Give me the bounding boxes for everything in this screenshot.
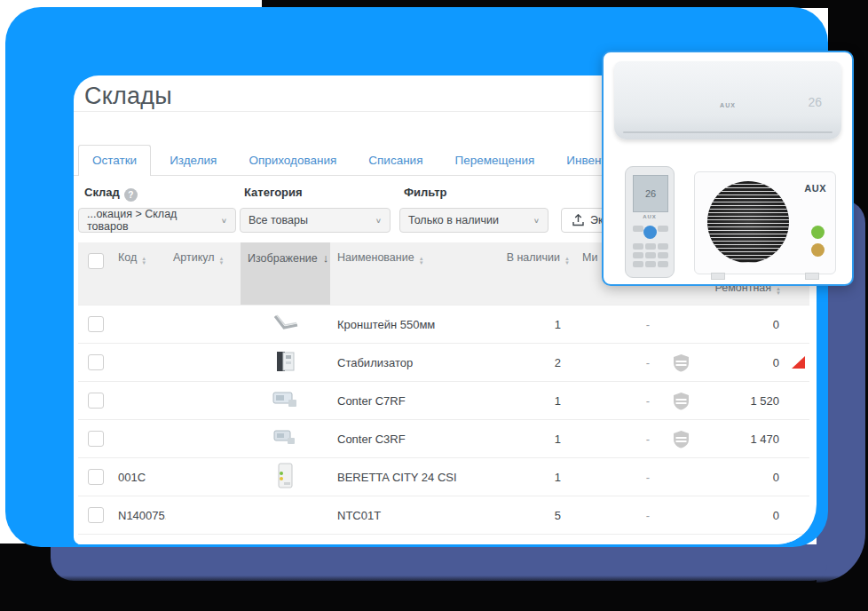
availability-select[interactable]: Только в наличии∨ <box>399 208 548 233</box>
cell-available: 1 <box>499 471 575 484</box>
column-label: В наличии <box>507 251 560 264</box>
cell-min: - <box>575 394 657 408</box>
cell-available: 2 <box>499 356 575 369</box>
cell-repair: 0 <box>705 509 790 522</box>
aux-logo: AUX <box>720 102 736 108</box>
table-row[interactable]: N140075...NTC01T5-0 <box>78 496 809 534</box>
cell-min: - <box>575 356 657 369</box>
sorted-desc-icon[interactable]: ↓ <box>323 251 329 265</box>
table-row[interactable]: Н340300РНРН30Р1- <box>78 534 809 544</box>
aux-logo: AUX <box>804 183 826 194</box>
column-header-article[interactable]: Артикул▲▼ <box>166 242 241 305</box>
row-checkbox[interactable] <box>88 393 104 409</box>
category-select[interactable]: Все товары∨ <box>240 208 391 233</box>
row-checkbox[interactable] <box>88 354 104 370</box>
cell-select <box>78 469 111 485</box>
outdoor-fan-grille <box>707 181 789 263</box>
cell-image[interactable] <box>241 430 330 448</box>
cell-image[interactable] <box>241 391 330 411</box>
table-row[interactable]: Кронштейн 550мм1-0 <box>78 305 809 343</box>
product-thumbnail[interactable] <box>277 479 295 492</box>
chevron-down-icon: ∨ <box>221 217 227 225</box>
column-header-name[interactable]: Наименование▲▼ <box>330 242 499 305</box>
tab-Оприходования[interactable]: Оприходования <box>249 154 336 167</box>
sort-icon[interactable]: ▲▼ <box>419 257 424 266</box>
cell-min: - <box>575 432 657 446</box>
product-thumbnail[interactable] <box>274 362 297 376</box>
cell-name: Кронштейн 550мм <box>330 318 499 331</box>
warehouse-select[interactable]: ...окация > Склад товаров∨ <box>78 208 236 233</box>
remote-button <box>645 252 656 258</box>
tab-Остатки[interactable]: Остатки <box>78 145 151 176</box>
green-badge-icon <box>811 226 825 239</box>
chevron-down-icon: ∨ <box>375 217 382 225</box>
tab-Изделия[interactable]: Изделия <box>170 154 217 167</box>
row-checkbox[interactable] <box>88 469 104 485</box>
cell-min: - <box>575 509 657 522</box>
warning-icon <box>792 356 805 369</box>
remote-button <box>633 252 643 258</box>
row-checkbox[interactable] <box>88 316 104 332</box>
cell-image[interactable] <box>241 463 330 492</box>
cell-repair: 0 <box>705 356 790 369</box>
column-label: Код <box>118 251 137 264</box>
sort-down-icon: ▼ <box>219 261 225 266</box>
select-all-checkbox[interactable] <box>88 253 104 269</box>
column-header-available[interactable]: В наличии▲▼ <box>499 242 575 305</box>
table-row[interactable]: Стабилизатор2-0 <box>78 343 809 381</box>
cell-shield <box>657 430 705 448</box>
cell-repair: 1 520 <box>705 394 790 408</box>
indoor-vent-flap <box>623 131 832 133</box>
warehouse-select-value: ...окация > Склад товаров <box>87 208 216 233</box>
page-title: Склады <box>84 83 172 110</box>
table-row[interactable]: 001CBERETTA CITY 24 CSI1-0 <box>78 457 809 496</box>
product-thumbnail[interactable] <box>272 435 299 448</box>
cell-name: Conter C3RF <box>330 432 499 446</box>
tab-Списания[interactable]: Списания <box>368 154 422 167</box>
product-thumbnail[interactable] <box>272 398 299 411</box>
cell-shield <box>657 353 705 372</box>
category-select-value: Все товары <box>249 214 308 226</box>
cell-repair: 0 <box>705 318 790 331</box>
sort-icon: ▲▼ <box>776 287 781 296</box>
category-filter-group: Категория <box>244 184 303 200</box>
product-thumbnail[interactable] <box>272 321 299 335</box>
sort-down-icon: ▼ <box>564 261 570 266</box>
ac-outdoor-unit-image: AUX <box>694 171 836 274</box>
help-icon[interactable]: ? <box>124 188 138 202</box>
remote-button <box>658 243 668 250</box>
cell-min: - <box>575 471 657 484</box>
cell-image[interactable] <box>241 314 330 335</box>
remote-button <box>658 226 668 232</box>
cell-name: BERETTA CITY 24 CSI <box>330 471 499 484</box>
product-image-popup: AUX 26 26 AUX AUX <box>602 51 854 286</box>
warehouse-label: Склад <box>84 186 120 199</box>
cell-available: 1 <box>499 432 575 446</box>
cell-repair: 1 470 <box>705 432 790 446</box>
sort-icon[interactable]: ▲▼ <box>141 257 146 266</box>
table-row[interactable]: Conter C3RF1-1 470 <box>78 419 809 457</box>
table-row[interactable]: Conter C7RF1-1 520 <box>78 381 809 419</box>
column-header-select[interactable] <box>78 242 111 305</box>
cell-image[interactable] <box>241 350 330 376</box>
column-header-image[interactable]: Изображение↓ <box>241 242 330 305</box>
availability-filter-group: Фильтр <box>404 184 447 200</box>
remote-lcd: 26 <box>633 175 668 212</box>
tab-Перемещения[interactable]: Перемещения <box>454 154 534 167</box>
inventory-table: Код▲▼Артикул▲▼Изображение↓Наименование▲▼… <box>78 242 809 544</box>
remote-button <box>633 243 643 250</box>
column-header-code[interactable]: Код▲▼ <box>111 242 166 305</box>
cell-select <box>78 507 111 523</box>
row-checkbox[interactable] <box>88 507 104 523</box>
shield-icon <box>657 544 705 545</box>
availability-label: Фильтр <box>404 186 447 199</box>
row-checkbox[interactable] <box>88 431 104 447</box>
remote-button <box>658 252 668 258</box>
sort-icon[interactable]: ▲▼ <box>564 257 570 266</box>
cell-select <box>78 431 111 447</box>
cell-available: 1 <box>499 394 575 408</box>
cell-select <box>78 316 111 332</box>
screenshot-canvas: Склады ОстаткиИзделияОприходованияСписан… <box>0 0 868 611</box>
column-label: Изображение <box>248 252 318 265</box>
sort-icon[interactable]: ▲▼ <box>219 257 225 266</box>
